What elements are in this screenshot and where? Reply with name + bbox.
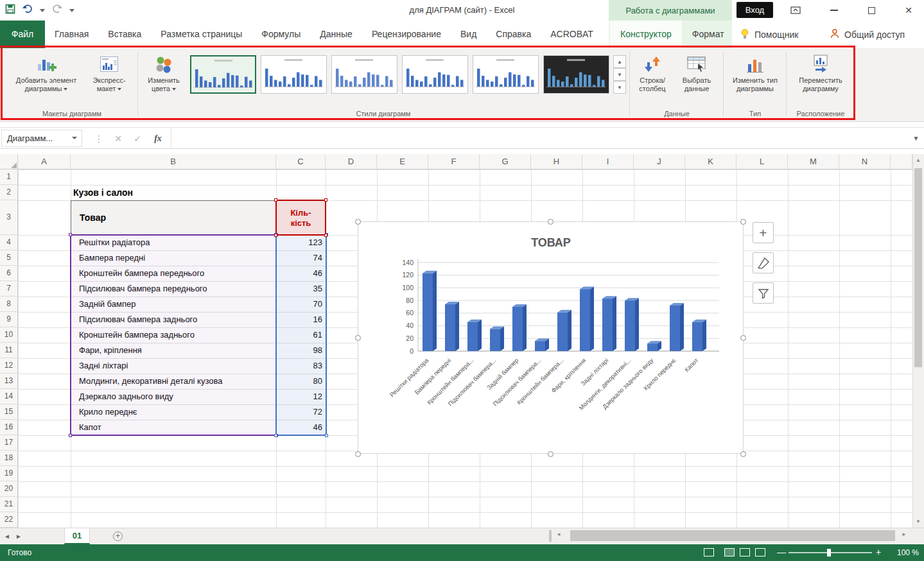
row-header-9[interactable]: 9 xyxy=(0,312,18,327)
horizontal-scrollbar-thumb[interactable] xyxy=(570,530,895,541)
zoom-slider-thumb[interactable] xyxy=(827,549,831,557)
chart-style-option-3[interactable] xyxy=(331,55,397,94)
macro-record-icon[interactable] xyxy=(704,548,714,557)
column-header-L[interactable]: L xyxy=(737,154,788,169)
tab-acrobat[interactable]: ACROBAT xyxy=(541,21,603,48)
row-header-14[interactable]: 14 xyxy=(0,389,18,404)
chart-selection-handle[interactable] xyxy=(548,451,554,457)
row-header-22[interactable]: 22 xyxy=(0,512,18,528)
chart-style-option-2[interactable] xyxy=(261,55,327,94)
column-header-B[interactable]: B xyxy=(71,154,276,169)
series-name-range-handle[interactable] xyxy=(324,234,327,237)
chart-selection-handle[interactable] xyxy=(740,335,746,341)
categories-range-handle[interactable] xyxy=(69,233,72,236)
chart-style-option-5[interactable] xyxy=(473,55,539,94)
column-header-C[interactable]: C xyxy=(276,154,326,169)
row-header-2[interactable]: 2 xyxy=(0,185,18,200)
name-box[interactable]: Диаграмм... xyxy=(1,130,82,147)
row-header-11[interactable]: 11 xyxy=(0,343,18,358)
close-button[interactable]: ✕ xyxy=(899,3,918,18)
assistant-button[interactable]: Помощник xyxy=(740,21,798,48)
scroll-right-icon[interactable]: ► xyxy=(899,531,909,537)
cell-b3-product-header[interactable]: Товар xyxy=(71,200,276,235)
chart-filters-button[interactable] xyxy=(753,282,774,304)
insert-function-icon[interactable]: fx xyxy=(149,128,167,149)
tab-разметка-страницы[interactable]: Разметка страницы xyxy=(151,21,252,48)
cell-b2-section-title[interactable]: Кузов і салон xyxy=(73,185,266,200)
row-header-21[interactable]: 21 xyxy=(0,497,18,512)
new-sheet-button[interactable]: + xyxy=(113,531,123,541)
row-header-4[interactable]: 4 xyxy=(0,235,18,250)
tab-справка[interactable]: Справка xyxy=(486,21,541,48)
sheet-tab-01[interactable]: 01 xyxy=(64,528,90,544)
chart-style-option-6[interactable] xyxy=(543,55,609,94)
row-header-10[interactable]: 10 xyxy=(0,327,18,343)
normal-view-button[interactable] xyxy=(724,548,735,557)
vertical-scrollbar-thumb[interactable] xyxy=(914,168,922,367)
tab-file[interactable]: Файл xyxy=(0,21,45,48)
select-data-button[interactable]: Выбрать данные xyxy=(674,51,719,105)
column-header-J[interactable]: J xyxy=(634,154,685,169)
scroll-left-icon[interactable]: ◄ xyxy=(554,531,564,537)
column-header-E[interactable]: E xyxy=(377,154,428,169)
gallery-scroll-down-button[interactable]: ▼ xyxy=(613,68,626,81)
row-header-5[interactable]: 5 xyxy=(0,250,18,266)
change-colors-button[interactable]: Изменить цвета xyxy=(140,51,187,105)
tab-chart-design[interactable]: Конструктор xyxy=(610,21,682,48)
column-header-A[interactable]: A xyxy=(18,154,71,169)
page-break-view-button[interactable] xyxy=(755,548,765,557)
column-header-N[interactable]: N xyxy=(839,154,891,169)
tab-вставка[interactable]: Вставка xyxy=(98,21,151,48)
row-header-19[interactable]: 19 xyxy=(0,466,18,481)
name-box-caret-icon[interactable] xyxy=(72,137,77,139)
minimize-button[interactable] xyxy=(824,3,844,18)
sheet-nav-left-icon[interactable]: ◄ xyxy=(4,533,10,540)
tab-вид[interactable]: Вид xyxy=(451,21,486,48)
chart-elements-button[interactable]: + xyxy=(753,222,774,243)
column-header-G[interactable]: G xyxy=(480,154,531,169)
row-header-13[interactable]: 13 xyxy=(0,374,18,389)
gallery-more-button[interactable]: ▼ xyxy=(613,81,626,94)
chart-style-option-4[interactable] xyxy=(402,55,468,94)
series-name-range-handle[interactable] xyxy=(274,234,277,237)
chart-selection-handle[interactable] xyxy=(740,219,746,225)
confirm-entry-icon[interactable]: ✓ xyxy=(128,128,146,149)
row-header-17[interactable]: 17 xyxy=(0,435,18,451)
formula-input[interactable] xyxy=(171,128,908,149)
scroll-up-icon[interactable]: ▲ xyxy=(912,157,924,163)
maximize-button[interactable] xyxy=(862,3,881,18)
row-header-20[interactable]: 20 xyxy=(0,481,18,497)
row-header-15[interactable]: 15 xyxy=(0,404,18,420)
switch-row-column-button[interactable]: Строка/ столбец xyxy=(633,51,672,105)
chart-style-option-1[interactable] xyxy=(190,55,256,94)
row-header-12[interactable]: 12 xyxy=(0,358,18,374)
zoom-in-button[interactable]: + xyxy=(876,547,881,557)
cell-c3-qty-header[interactable]: Кіль- кість xyxy=(275,200,326,236)
series-name-range-handle[interactable] xyxy=(274,198,277,202)
cancel-entry-icon[interactable]: ✕ xyxy=(109,128,127,149)
gallery-scroll-up-button[interactable]: ▲ xyxy=(613,55,626,68)
quick-layout-button[interactable]: Экспресс- макет xyxy=(85,51,134,105)
move-chart-button[interactable]: Переместить диаграмму xyxy=(789,51,853,105)
column-header-M[interactable]: M xyxy=(788,154,839,169)
tab-chart-format[interactable]: Формат xyxy=(682,21,735,48)
row-header-8[interactable]: 8 xyxy=(0,297,18,312)
column-header-D[interactable]: D xyxy=(326,154,377,169)
series-name-range-handle[interactable] xyxy=(324,198,327,202)
ribbon-display-options-button[interactable] xyxy=(786,3,805,18)
chart-values-range-highlight[interactable] xyxy=(275,234,327,436)
sheet-nav-right-icon[interactable]: ► xyxy=(15,533,22,540)
values-range-handle[interactable] xyxy=(274,434,277,437)
chart-object[interactable]: ТОВАР020406080100120140Решітки радіатора… xyxy=(358,221,744,454)
add-chart-element-button[interactable]: Добавить элемент диаграммы xyxy=(10,51,82,105)
row-header-6[interactable]: 6 xyxy=(0,266,18,281)
sign-in-button[interactable]: Вход xyxy=(737,2,773,18)
chart-styles-button[interactable] xyxy=(753,252,774,273)
page-layout-view-button[interactable] xyxy=(740,548,750,557)
chart-selection-handle[interactable] xyxy=(355,451,361,457)
row-header-1[interactable]: 1 xyxy=(0,169,18,185)
scroll-down-icon[interactable]: ▼ xyxy=(912,519,924,524)
tab-главная[interactable]: Главная xyxy=(45,21,98,48)
formula-bar-expand-caret[interactable]: ▼ xyxy=(908,128,924,149)
chart-selection-handle[interactable] xyxy=(355,219,361,225)
